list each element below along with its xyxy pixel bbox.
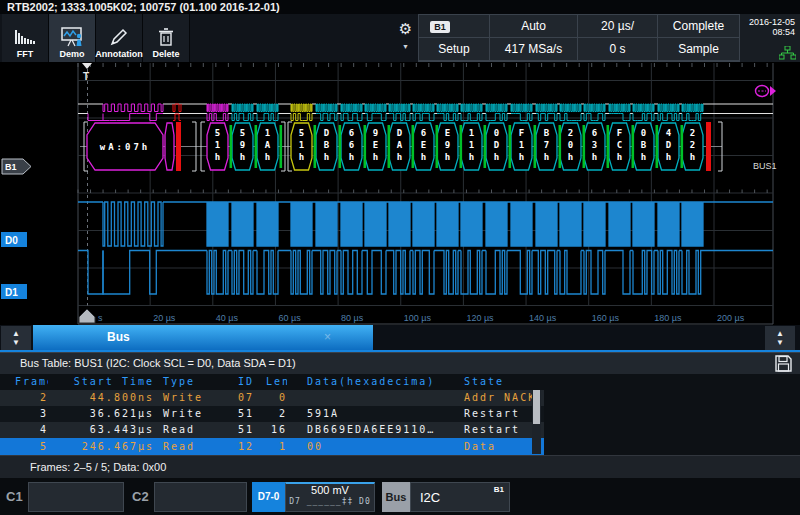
window-title: RTB2002; 1333.1005K02; 100757 (01.100 20…: [0, 0, 800, 14]
pencil-icon: [109, 27, 129, 47]
bus-table: Frame Start Time Type ID Len. Data(hexad…: [0, 374, 800, 455]
ack-bar: [534, 125, 537, 168]
decode-frame-label: h: [592, 152, 597, 162]
decode-frame-label: 1: [265, 128, 270, 138]
timebase-value: 20 µs/: [601, 19, 634, 33]
decode-frame-label: h: [324, 152, 329, 162]
scrollbar-thumb[interactable]: [533, 390, 540, 424]
ack-bar: [314, 125, 317, 168]
ack-bar: [412, 125, 415, 168]
channel-c1-label[interactable]: C1: [6, 482, 23, 512]
table-row[interactable]: 4 63.443µs Read 51 16 DB669EDA6EE9110… R…: [0, 422, 544, 438]
fft-label: FFT: [17, 49, 34, 59]
bus-b1-badge: B1: [494, 485, 504, 494]
decode-frame-label: h: [544, 152, 549, 162]
channel-c2-panel[interactable]: [154, 482, 247, 512]
decode-frame-label: h: [397, 152, 402, 162]
col-data: Data(hexadecima): [287, 374, 455, 390]
frames-summary-text: Frames: 2–5 / 5; Data: 0x00: [30, 461, 166, 473]
time-axis-label: 40 µs: [216, 313, 239, 323]
decode-frame-label: 0: [494, 128, 499, 138]
menu-button[interactable]: ⚙ ▼: [393, 14, 418, 62]
bus-protocol-value: I2C: [420, 490, 440, 505]
channel-c1-panel[interactable]: [28, 482, 124, 512]
bus1-channel-label: B1: [5, 162, 17, 172]
decode-frame-label: 6: [349, 140, 354, 150]
decode-frame-label: 1: [215, 140, 220, 150]
timebase-cell[interactable]: 20 µs/: [578, 15, 657, 37]
sample-rate-value: 417 MSa/s: [505, 42, 562, 56]
b1-cell[interactable]: B1: [419, 15, 489, 37]
network-icon: [779, 46, 796, 60]
toolbar: FFT Demo Annotation Delete: [0, 14, 393, 62]
bus-label[interactable]: Bus: [382, 482, 410, 512]
arrow-down-icon: ▼: [776, 339, 784, 347]
decode-frame-label: 7: [544, 140, 549, 150]
decode-frame: [165, 123, 174, 170]
waveform-display[interactable]: wA:07h51h59h1Ah51hDBh66h9EhDAh6EhE9h11h0…: [0, 62, 800, 325]
logic-d70-label[interactable]: D7-0: [252, 482, 285, 512]
decode-frame-label: 2: [690, 128, 695, 138]
logic-d70-panel[interactable]: 500 mV D7 ______‡‡ D0: [285, 482, 375, 512]
table-row-selected[interactable]: 5 246.467µs Read 12 1 00 Data: [0, 438, 544, 455]
channel-bar: C1 C2 D7-0 500 mV D7 ______‡‡ D0 Bus I2C…: [0, 478, 800, 515]
ack-bar: [436, 125, 439, 168]
ack-bar: [509, 125, 512, 168]
tab-scroll-left-button[interactable]: ▲ ▼: [1, 326, 31, 350]
horizontal-position-cell[interactable]: 0 s: [578, 38, 657, 60]
setup-cell[interactable]: Setup: [419, 38, 489, 60]
decode-frame-label: 1: [299, 140, 304, 150]
trigger-t-label: T: [83, 71, 89, 82]
decode-frame-label: B: [544, 128, 550, 138]
datetime-panel[interactable]: 2016-12-05 08:54: [740, 14, 800, 62]
close-icon[interactable]: ×: [324, 325, 331, 350]
annotation-button[interactable]: Annotation: [96, 14, 143, 62]
d0-channel-label: D0: [5, 235, 18, 246]
decode-frame-label: 5: [215, 128, 220, 138]
arrow-up-icon: ▲: [776, 330, 784, 338]
decode-frame-label: h: [519, 152, 524, 162]
setup-label: Setup: [438, 42, 469, 56]
decode-frame-label: h: [215, 152, 220, 162]
decode-frame-label: 0: [568, 140, 573, 150]
acquisition-info-grid: B1 Auto 20 µs/ Complete Setup 417 MSa/s …: [418, 14, 740, 62]
time-axis-label: 100 µs: [404, 313, 432, 323]
channel-c2-label[interactable]: C2: [132, 482, 149, 512]
decode-frame-label: h: [421, 152, 426, 162]
table-scrollbar[interactable]: [532, 390, 541, 454]
acq-state-cell[interactable]: Complete: [658, 15, 739, 37]
fft-icon: [14, 27, 36, 47]
table-row[interactable]: 3 36.621µs Write 51 2 591A Restart: [0, 406, 544, 422]
decode-frame-label: A: [265, 140, 271, 150]
tab-bus[interactable]: Bus ×: [33, 325, 373, 350]
ack-bar: [280, 125, 283, 168]
trigger-mode-value: Auto: [521, 19, 546, 33]
sample-rate-cell[interactable]: 417 MSa/s: [490, 38, 577, 60]
ack-bar: [681, 125, 684, 168]
fft-button[interactable]: FFT: [2, 14, 49, 62]
tab-scroll-right-button[interactable]: ▲ ▼: [765, 326, 795, 350]
table-row[interactable]: 2 44.800ns Write 07 0 Addr NACK: [0, 390, 544, 406]
acq-type-cell[interactable]: Sample: [658, 38, 739, 60]
demo-button[interactable]: Demo: [49, 14, 96, 62]
decode-frame-label: B: [324, 140, 330, 150]
decode-frame-label: h: [373, 152, 378, 162]
trigger-mode-cell[interactable]: Auto: [490, 15, 577, 37]
delete-button[interactable]: Delete: [143, 14, 190, 62]
save-icon[interactable]: [775, 355, 792, 372]
acq-type-value: Sample: [678, 42, 719, 56]
ack-bar: [559, 125, 562, 168]
d70-channel-states: D7 ______‡‡ D0: [286, 497, 374, 507]
decode-frame-label: C: [617, 140, 622, 150]
ack-bar: [230, 125, 233, 168]
decode-frame-label: 6: [592, 128, 597, 138]
col-type: Type: [154, 374, 238, 390]
decode-frame-label: h: [469, 152, 474, 162]
decode-frame-label: F: [519, 128, 524, 138]
decode-frame-label: h: [617, 152, 622, 162]
gear-icon: ⚙: [393, 14, 418, 44]
tab-bus-label: Bus: [107, 330, 130, 344]
bus-i2c-panel[interactable]: I2C B1: [410, 482, 510, 512]
arrow-up-icon: ▲: [12, 330, 20, 338]
b1-badge: B1: [430, 21, 450, 33]
